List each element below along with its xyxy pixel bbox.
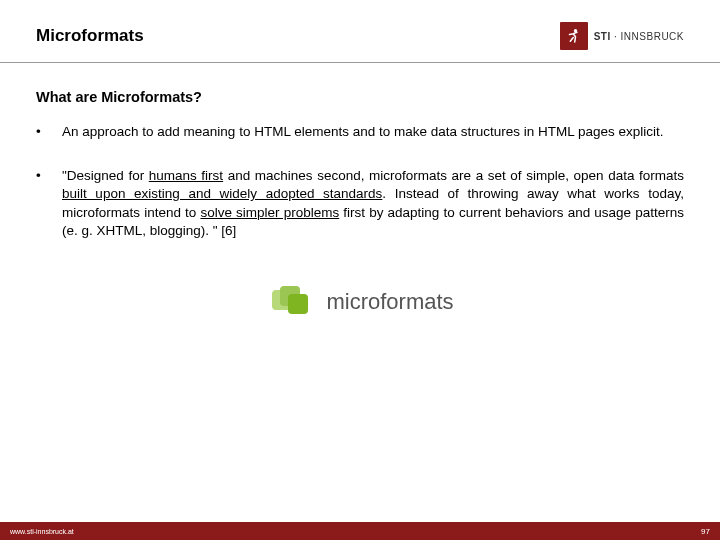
- sti-logo-icon: [560, 22, 588, 50]
- footer-url: www.sti-innsbruck.at: [10, 528, 74, 535]
- logo-text-sep: ·: [611, 31, 621, 42]
- bullet-text: An approach to add meaning to HTML eleme…: [62, 123, 684, 141]
- bullet-text: "Designed for humans first and machines …: [62, 167, 684, 240]
- runner-icon: [565, 27, 583, 45]
- slide-title: Microformats: [36, 26, 144, 46]
- slide: Microformats STI · INNSBRUCK What are Mi…: [0, 0, 720, 540]
- underlined-text: built upon existing and widely adopted s…: [62, 186, 382, 201]
- page-number: 97: [701, 527, 710, 536]
- content-subtitle: What are Microformats?: [36, 89, 684, 105]
- text-segment: "Designed for: [62, 168, 149, 183]
- sti-logo: STI · INNSBRUCK: [560, 22, 684, 50]
- bullet-list: • An approach to add meaning to HTML ele…: [36, 123, 684, 240]
- logo-text-bold: STI: [594, 31, 611, 42]
- slide-content: What are Microformats? • An approach to …: [0, 63, 720, 324]
- underlined-text: humans first: [149, 168, 223, 183]
- microformats-icon: [266, 280, 314, 324]
- list-item: • An approach to add meaning to HTML ele…: [36, 123, 684, 141]
- sti-logo-text: STI · INNSBRUCK: [594, 31, 684, 42]
- svg-rect-3: [288, 294, 308, 314]
- underlined-text: solve simpler problems: [200, 205, 339, 220]
- bullet-marker: •: [36, 123, 62, 141]
- list-item: • "Designed for humans first and machine…: [36, 167, 684, 240]
- microformats-logo: microformats: [36, 280, 684, 324]
- bullet-marker: •: [36, 167, 62, 240]
- text-segment: and machines second, microformats are a …: [223, 168, 684, 183]
- slide-header: Microformats STI · INNSBRUCK: [0, 0, 720, 58]
- slide-footer: www.sti-innsbruck.at 97: [0, 522, 720, 540]
- logo-text-rest: INNSBRUCK: [621, 31, 684, 42]
- microformats-logo-text: microformats: [326, 289, 453, 315]
